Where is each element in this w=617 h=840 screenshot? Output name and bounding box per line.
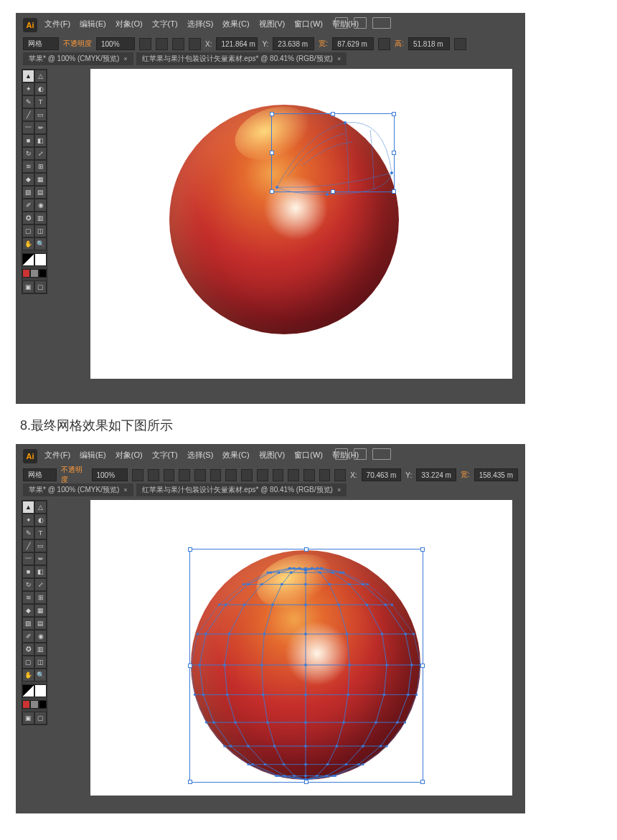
close-icon[interactable]: × <box>123 486 127 494</box>
magic-wand-tool[interactable]: ✦ <box>22 82 34 95</box>
menu-view[interactable]: 视图(V) <box>259 450 286 461</box>
graph-tool[interactable]: ▥ <box>34 643 47 656</box>
menu-file[interactable]: 文件(F) <box>44 19 70 30</box>
lasso-tool[interactable]: ◐ <box>34 514 47 527</box>
y-input[interactable]: 23.638 m <box>273 37 314 50</box>
anchor-icon-2[interactable] <box>194 469 206 481</box>
menu-window[interactable]: 窗口(W) <box>294 450 323 461</box>
hand-tool[interactable]: ✋ <box>22 669 34 681</box>
gradient-tool[interactable]: ▤ <box>34 186 47 199</box>
brush-tool[interactable]: 〰 <box>22 121 34 134</box>
link-wh-icon[interactable] <box>378 38 390 50</box>
edit-mode-tool[interactable]: ▢ <box>34 712 47 725</box>
edit-mode-tool[interactable]: ▢ <box>34 280 47 293</box>
pen-tool[interactable]: ✎ <box>22 527 34 539</box>
free-transform-tool[interactable]: ⊞ <box>34 591 47 604</box>
arrange-icon[interactable] <box>354 448 367 460</box>
width-tool[interactable]: ≋ <box>22 160 34 173</box>
brush-tool[interactable]: 〰 <box>22 552 34 565</box>
menu-type[interactable]: 文字(T) <box>152 450 178 461</box>
selection-bounds[interactable] <box>271 113 395 192</box>
menu-object[interactable]: 对象(O) <box>116 450 143 461</box>
direct-selection-tool[interactable]: △ <box>34 70 47 82</box>
anchor-icon-1[interactable] <box>179 469 190 481</box>
style-icon[interactable] <box>139 38 151 50</box>
menu-view[interactable]: 视图(V) <box>259 19 286 30</box>
mesh-tool[interactable]: ▨ <box>22 617 34 630</box>
canvas[interactable] <box>90 69 512 379</box>
menu-edit[interactable]: 编辑(E) <box>80 19 106 30</box>
zoom-tool[interactable]: 🔍 <box>34 669 47 681</box>
scale-tool[interactable]: ⤢ <box>34 578 47 591</box>
menu-select[interactable]: 选择(S) <box>187 19 214 30</box>
shape-builder-tool[interactable]: ◆ <box>22 604 34 617</box>
slice-tool[interactable]: ◫ <box>34 225 47 237</box>
shape-builder-tool[interactable]: ◆ <box>22 173 34 186</box>
arrange-icon[interactable] <box>354 17 367 29</box>
x-input[interactable]: 70.463 m <box>362 468 402 481</box>
free-transform-tool[interactable]: ⊞ <box>34 160 47 173</box>
w-input[interactable]: 158.435 m <box>474 468 518 481</box>
stroke-swatch[interactable] <box>34 253 47 266</box>
artboard-tool[interactable]: ▢ <box>22 225 34 237</box>
mini-color[interactable] <box>30 269 38 278</box>
anchor-icon-8[interactable] <box>288 469 299 481</box>
pen-tool[interactable]: ✎ <box>22 95 34 108</box>
width-tool[interactable]: ≋ <box>22 591 34 604</box>
menu-window[interactable]: 窗口(W) <box>294 19 323 30</box>
transform-icon[interactable] <box>189 38 201 50</box>
recolor-icon[interactable] <box>148 469 159 481</box>
mini-color[interactable] <box>39 700 47 709</box>
anchor-icon-9[interactable] <box>303 469 315 481</box>
selection-tool[interactable]: ▲ <box>22 70 34 82</box>
graph-tool[interactable]: ▥ <box>34 212 47 225</box>
stroke-swatch[interactable] <box>34 684 47 697</box>
tab-2[interactable]: 红苹果与果汁包装设计矢量素材.eps* @ 80.41% (RGB/预览)× <box>136 483 347 496</box>
rectangle-tool[interactable]: ▭ <box>34 108 47 121</box>
screen-mode-tool[interactable]: ▣ <box>22 712 34 725</box>
blob-brush-tool[interactable]: ■ <box>22 565 34 578</box>
opacity-input[interactable]: 100% <box>92 468 128 481</box>
anchor-icon-6[interactable] <box>257 469 268 481</box>
menu-effect[interactable]: 效果(C) <box>222 19 249 30</box>
tab-1[interactable]: 苹果* @ 100% (CMYK/预览)× <box>23 483 133 496</box>
eraser-tool[interactable]: ◧ <box>34 565 47 578</box>
mini-color[interactable] <box>22 700 30 709</box>
tab-2[interactable]: 红苹果与果汁包装设计矢量素材.eps* @ 80.41% (RGB/预览)× <box>136 52 347 65</box>
tab-1[interactable]: 苹果* @ 100% (CMYK/预览)× <box>23 52 133 65</box>
scale-tool[interactable]: ⤢ <box>34 147 47 160</box>
workspace-icon[interactable] <box>372 17 391 29</box>
opacity-input[interactable]: 100% <box>96 37 135 50</box>
close-icon[interactable]: × <box>123 55 127 62</box>
menu-edit[interactable]: 编辑(E) <box>80 450 106 461</box>
perspective-tool[interactable]: ▦ <box>34 604 47 617</box>
screen-mode-tool[interactable]: ▣ <box>22 280 34 293</box>
line-tool[interactable]: ╱ <box>22 539 34 552</box>
hand-tool[interactable]: ✋ <box>22 237 34 250</box>
mini-color[interactable] <box>30 700 38 709</box>
menu-select[interactable]: 选择(S) <box>187 450 214 461</box>
perspective-tool[interactable]: ▦ <box>34 173 47 186</box>
layout-icon[interactable] <box>335 17 348 29</box>
mini-color[interactable] <box>39 269 47 278</box>
mini-color[interactable] <box>22 269 30 278</box>
type-tool[interactable]: T <box>34 527 47 539</box>
lasso-tool[interactable]: ◐ <box>34 82 47 95</box>
anchor-icon-3[interactable] <box>210 469 222 481</box>
w-input[interactable]: 87.629 m <box>332 37 374 50</box>
recolor-icon[interactable] <box>156 38 168 50</box>
selection-tool[interactable]: ▲ <box>22 501 34 514</box>
gradient-tool[interactable]: ▤ <box>34 617 47 630</box>
fill-swatch[interactable] <box>22 253 34 266</box>
close-icon[interactable]: × <box>337 486 341 494</box>
style-icon[interactable] <box>132 469 143 481</box>
align-icon[interactable] <box>164 469 175 481</box>
blob-brush-tool[interactable]: ■ <box>22 134 34 147</box>
reference-point-icon[interactable] <box>334 469 346 481</box>
menu-effect[interactable]: 效果(C) <box>222 450 249 461</box>
selection-bounds[interactable] <box>189 549 423 783</box>
symbol-tool[interactable]: ✪ <box>22 212 34 225</box>
layout-icon[interactable] <box>335 448 348 460</box>
line-tool[interactable]: ╱ <box>22 108 34 121</box>
x-input[interactable]: 121.864 m <box>216 37 258 50</box>
